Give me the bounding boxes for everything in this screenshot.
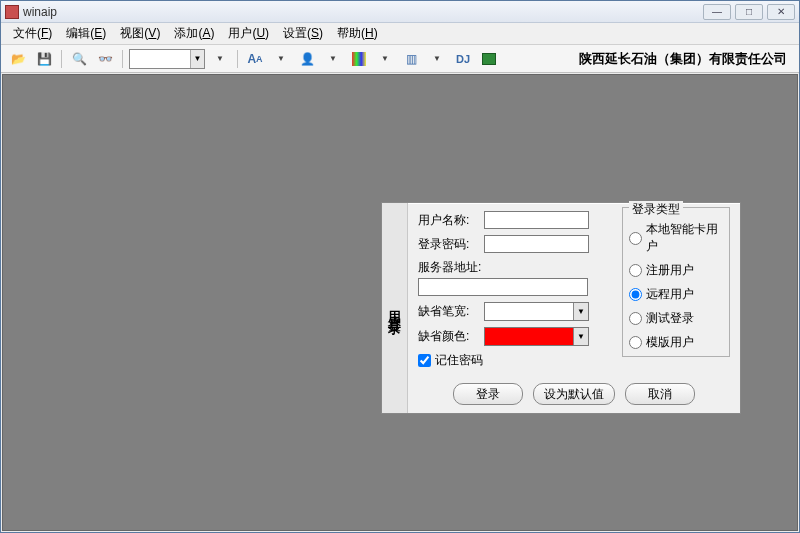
login-dialog: 用户登录 用户名称: 登录密码: 服务器地址: [381, 202, 741, 414]
chevron-down-icon[interactable]: ▼ [190, 50, 204, 68]
color-label: 缺省颜色: [418, 328, 484, 345]
radio-register-label: 注册用户 [646, 262, 694, 279]
penwidth-value [485, 303, 573, 320]
login-type-legend: 登录类型 [629, 201, 683, 218]
menu-add[interactable]: 添加(A) [168, 23, 220, 44]
radio-template[interactable] [629, 336, 642, 349]
close-button[interactable]: ✕ [767, 4, 795, 20]
remember-label: 记住密码 [435, 352, 483, 369]
toolbar-separator [237, 50, 238, 68]
menu-edit[interactable]: 编辑(E) [60, 23, 112, 44]
menu-bar: 文件(F) 编辑(E) 视图(V) 添加(A) 用户(U) 设置(S) 帮助(H… [1, 23, 799, 45]
radio-local[interactable] [629, 232, 642, 245]
radio-remote[interactable] [629, 288, 642, 301]
radio-register[interactable] [629, 264, 642, 277]
dj-icon[interactable]: DJ [452, 48, 474, 70]
chevron-down-icon[interactable]: ▼ [573, 303, 588, 320]
font-combo[interactable]: ▼ [129, 49, 205, 69]
minimize-button[interactable]: — [703, 4, 731, 20]
toolbar-dropdown-icon[interactable]: ▼ [374, 48, 396, 70]
columns-icon[interactable]: ▥ [400, 48, 422, 70]
menu-settings[interactable]: 设置(S) [277, 23, 329, 44]
toolbar-dropdown-icon[interactable]: ▼ [270, 48, 292, 70]
username-label: 用户名称: [418, 212, 484, 229]
app-window: winaip — □ ✕ 文件(F) 编辑(E) 视图(V) 添加(A) 用户(… [0, 0, 800, 533]
login-dialog-buttons: 登录 设为默认值 取消 [408, 383, 740, 405]
save-icon[interactable]: 💾 [33, 48, 55, 70]
password-input[interactable] [484, 235, 589, 253]
color-combo[interactable]: ▼ [484, 327, 589, 346]
find-icon[interactable]: 🔍 [68, 48, 90, 70]
palette-icon[interactable] [348, 48, 370, 70]
login-dialog-title: 用户登录 [382, 203, 408, 413]
menu-user[interactable]: 用户(U) [222, 23, 275, 44]
toolbar-dropdown-icon[interactable]: ▼ [322, 48, 344, 70]
password-label: 登录密码: [418, 236, 484, 253]
username-input[interactable] [484, 211, 589, 229]
window-controls: — □ ✕ [703, 4, 795, 20]
green-tool-icon[interactable] [478, 48, 500, 70]
title-bar: winaip — □ ✕ [1, 1, 799, 23]
menu-file[interactable]: 文件(F) [7, 23, 58, 44]
radio-test-label: 测试登录 [646, 310, 694, 327]
font-icon[interactable]: AA [244, 48, 266, 70]
penwidth-combo[interactable]: ▼ [484, 302, 589, 321]
set-default-button[interactable]: 设为默认值 [533, 383, 615, 405]
radio-remote-label: 远程用户 [646, 286, 694, 303]
font-combo-input[interactable] [130, 50, 190, 68]
menu-help[interactable]: 帮助(H) [331, 23, 384, 44]
app-icon [5, 5, 19, 19]
radio-local-label: 本地智能卡用户 [646, 221, 723, 255]
chevron-down-icon[interactable]: ▼ [573, 328, 588, 345]
penwidth-label: 缺省笔宽: [418, 303, 484, 320]
window-title: winaip [23, 5, 703, 19]
toolbar-separator [61, 50, 62, 68]
login-type-fieldset: 登录类型 本地智能卡用户 注册用户 远程用户 [622, 207, 730, 357]
login-form: 用户名称: 登录密码: 服务器地址: 缺省笔宽: [418, 211, 618, 369]
toolbar-dropdown-icon[interactable]: ▼ [209, 48, 231, 70]
maximize-button[interactable]: □ [735, 4, 763, 20]
server-input[interactable] [418, 278, 588, 296]
cancel-button[interactable]: 取消 [625, 383, 695, 405]
radio-test[interactable] [629, 312, 642, 325]
remember-checkbox[interactable] [418, 354, 431, 367]
toolbar: 📂 💾 🔍 👓 ▼ ▼ AA ▼ 👤 ▼ ▼ ▥ ▼ DJ 陕西延长石油（集团）… [1, 45, 799, 73]
color-value [485, 328, 573, 345]
find-next-icon[interactable]: 👓 [94, 48, 116, 70]
login-dialog-body: 用户名称: 登录密码: 服务器地址: 缺省笔宽: [408, 203, 740, 413]
toolbar-separator [122, 50, 123, 68]
login-button[interactable]: 登录 [453, 383, 523, 405]
server-label: 服务器地址: [418, 260, 481, 274]
user-icon[interactable]: 👤 [296, 48, 318, 70]
toolbar-dropdown-icon[interactable]: ▼ [426, 48, 448, 70]
company-label: 陕西延长石油（集团）有限责任公司 [579, 50, 793, 68]
radio-template-label: 模版用户 [646, 334, 694, 351]
client-area: 用户登录 用户名称: 登录密码: 服务器地址: [2, 74, 798, 531]
open-icon[interactable]: 📂 [7, 48, 29, 70]
menu-view[interactable]: 视图(V) [114, 23, 166, 44]
